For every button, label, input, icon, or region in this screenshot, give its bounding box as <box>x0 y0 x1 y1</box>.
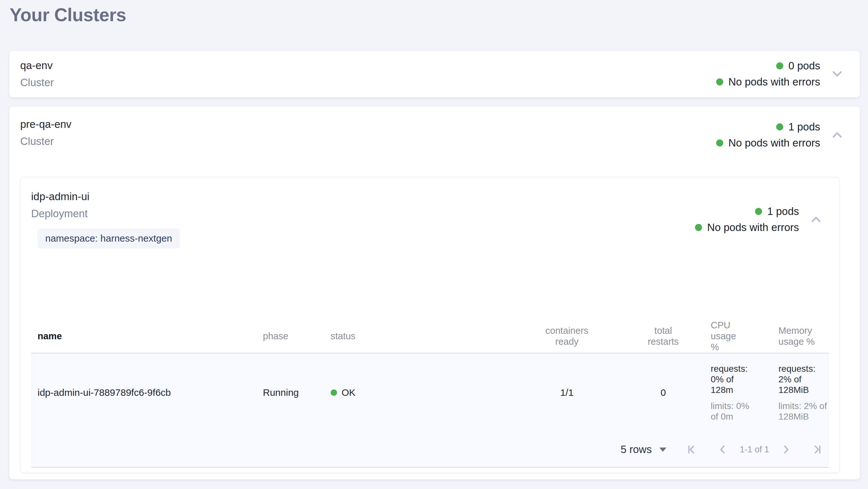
expand-cluster-button[interactable] <box>830 66 844 81</box>
total-restarts-cell: 0 <box>661 387 666 398</box>
pager-controls: 1-1 of 1 <box>684 442 824 457</box>
pods-count-label: 1 pods <box>788 121 820 133</box>
deployment-name: idp-admin-ui <box>31 190 180 203</box>
first-page-button[interactable] <box>684 442 699 457</box>
deployment-identity: idp-admin-ui Deployment namespace: harne… <box>31 190 180 248</box>
pods-no-errors-dot-icon <box>695 224 702 231</box>
cpu-limits-value: limits: 0% of 0m <box>711 401 756 422</box>
deployment-card-idp-admin-ui: idp-admin-ui Deployment namespace: harne… <box>20 177 840 473</box>
column-header-memory-usage: Memory usage % <box>770 325 829 347</box>
pods-errors-label: No pods with errors <box>728 137 820 149</box>
pods-no-errors-dot-icon <box>716 139 723 146</box>
deployment-status-area: 1 pods No pods with errors <box>695 206 824 233</box>
pods-errors-status: No pods with errors <box>716 76 820 88</box>
pods-ok-dot-icon <box>755 208 762 215</box>
cluster-status-lines: 0 pods No pods with errors <box>716 60 820 88</box>
cluster-card-pre-qa-env: pre-qa-env Cluster 1 pods No pods with e… <box>9 106 860 480</box>
last-page-button[interactable] <box>810 442 824 457</box>
containers-ready-cell: 1/1 <box>560 387 574 398</box>
pods-table: name phase status containers ready total… <box>31 320 829 468</box>
deployment-status-lines: 1 pods No pods with errors <box>695 206 799 233</box>
pods-count-status: 0 pods <box>776 60 820 71</box>
cluster-kind: Cluster <box>20 76 54 89</box>
memory-limits-value: limits: 2% of 128MiB <box>778 401 827 422</box>
table-row: idp-admin-ui-7889789fc6-9f6cb Running OK… <box>31 353 829 432</box>
page: { "page": { "title": "Your Clusters" }, … <box>0 0 868 489</box>
first-page-icon <box>685 443 699 456</box>
column-header-status: status <box>323 330 490 342</box>
namespace-chip: namespace: harness-nextgen <box>37 228 180 248</box>
memory-requests-value: requests: 2% of 128MiB <box>778 363 827 395</box>
previous-page-button[interactable] <box>715 442 730 457</box>
chevron-down-icon <box>830 66 844 81</box>
pod-name-cell: idp-admin-ui-7889789fc6-9f6cb <box>31 387 253 398</box>
pods-count-status: 1 pods <box>755 206 799 217</box>
status-ok-label: OK <box>342 387 355 398</box>
pods-errors-label: No pods with errors <box>707 222 799 233</box>
cpu-usage-cell: requests: 0% of 128m limits: 0% of 0m <box>683 363 770 422</box>
deployment-header: idp-admin-ui Deployment namespace: harne… <box>31 190 839 248</box>
rows-per-page-label: 5 rows <box>620 443 652 456</box>
status-ok-dot-icon <box>331 390 337 396</box>
pods-errors-status: No pods with errors <box>716 137 820 149</box>
cluster-header: pre-qa-env Cluster 1 pods No pods with e… <box>9 118 860 149</box>
pods-count-label: 1 pods <box>767 206 799 217</box>
chevron-left-icon <box>716 443 729 456</box>
pods-table-body: idp-admin-ui-7889789fc6-9f6cb Running OK… <box>31 353 829 468</box>
page-range-label: 1-1 of 1 <box>740 445 769 455</box>
cluster-status-area: 0 pods No pods with errors <box>716 60 844 88</box>
chevron-up-icon <box>830 127 844 142</box>
pods-errors-label: No pods with errors <box>728 76 820 88</box>
next-page-button[interactable] <box>779 442 794 457</box>
deployment-kind: Deployment <box>31 207 180 220</box>
pods-errors-status: No pods with errors <box>695 222 799 233</box>
cluster-status-lines: 1 pods No pods with errors <box>716 121 820 149</box>
pods-count-status: 1 pods <box>776 121 820 133</box>
cluster-status-area: 1 pods No pods with errors <box>716 121 844 149</box>
cluster-identity: qa-env Cluster <box>20 59 54 89</box>
pods-ok-dot-icon <box>776 62 783 69</box>
pods-table-header: name phase status containers ready total… <box>31 320 829 353</box>
column-header-cpu-usage: CPU usage % <box>683 320 770 352</box>
collapse-deployment-button[interactable] <box>809 212 824 227</box>
pod-status-cell: OK <box>323 387 490 398</box>
column-header-total-restarts: total restarts <box>646 325 681 347</box>
cluster-card-qa-env: qa-env Cluster 0 pods No pods with error… <box>9 51 860 98</box>
pods-no-errors-dot-icon <box>716 78 723 85</box>
collapse-cluster-button[interactable] <box>830 127 844 142</box>
caret-down-icon <box>659 448 666 452</box>
cpu-requests-value: requests: 0% of 128m <box>711 363 756 395</box>
last-page-icon <box>810 443 824 456</box>
pods-table-pagination: 5 rows 1-1 of 1 <box>31 432 829 467</box>
page-title: Your Clusters <box>10 4 868 26</box>
column-header-containers-ready: containers ready <box>545 325 589 347</box>
pod-phase-cell: Running <box>253 387 323 398</box>
cluster-name: pre-qa-env <box>20 118 71 131</box>
chevron-right-icon <box>779 443 793 456</box>
pods-count-label: 0 pods <box>788 60 820 71</box>
cluster-kind: Cluster <box>20 135 71 148</box>
pods-ok-dot-icon <box>776 123 783 131</box>
cluster-identity: pre-qa-env Cluster <box>20 118 71 148</box>
rows-per-page-select[interactable]: 5 rows <box>620 443 666 456</box>
cluster-name: qa-env <box>20 59 54 72</box>
chevron-up-icon <box>809 212 824 227</box>
memory-usage-cell: requests: 2% of 128MiB limits: 2% of 128… <box>770 363 829 422</box>
column-header-phase: phase <box>253 330 323 342</box>
column-header-name: name <box>31 330 253 342</box>
